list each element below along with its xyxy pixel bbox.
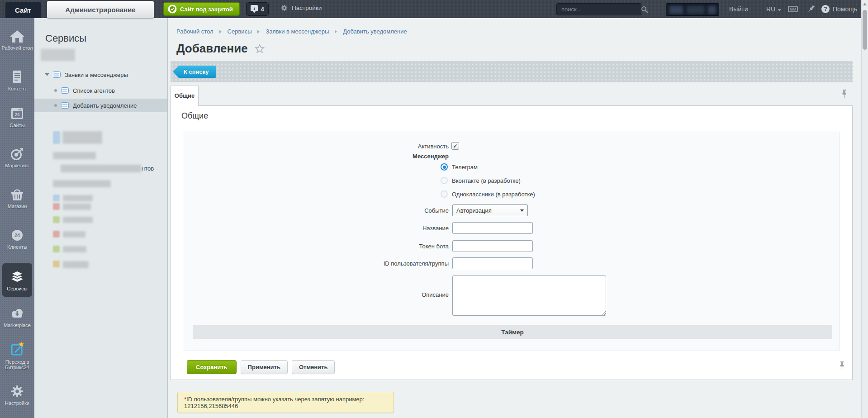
triangle-down-icon[interactable] <box>45 73 49 76</box>
activity-label: Активность <box>184 143 449 150</box>
sidebar-item-marketing[interactable]: Маркетинг <box>0 147 34 168</box>
radio-vkontakte-label[interactable]: Вконтакте (в разработке) <box>452 177 521 184</box>
hint-note-text: ID пользователя/группы можно указать чер… <box>184 396 364 409</box>
radio-odnoklassniki-label[interactable]: Одноклассники (в разработке) <box>452 191 535 198</box>
vertical-scrollbar[interactable] <box>861 0 868 418</box>
event-select-value: Авторизация <box>456 207 492 214</box>
magnifier-icon[interactable] <box>641 6 648 13</box>
layers-icon <box>9 270 25 284</box>
redacted-row-suffix: нтов <box>142 165 154 172</box>
tree-panel-title: Сервисы <box>45 33 86 44</box>
breadcrumb-services[interactable]: Сервисы <box>228 28 252 35</box>
search-input[interactable] <box>561 6 641 13</box>
sidebar-item-content[interactable]: Контент <box>0 70 34 91</box>
basket-icon <box>9 188 25 201</box>
help-link[interactable]: Помощь <box>833 5 857 13</box>
sidebar-item-services[interactable]: Сервисы <box>2 263 32 297</box>
gear-icon <box>10 385 24 398</box>
tree-item-agents-list[interactable]: Список агентов <box>34 84 167 97</box>
redacted-tree-block <box>41 49 75 61</box>
info-bubble-icon: i <box>251 5 258 14</box>
home-icon <box>9 29 25 43</box>
star-outline-icon[interactable] <box>255 44 265 54</box>
radio-telegram[interactable] <box>441 163 448 171</box>
site-protected-button[interactable]: Сайт под защитой <box>163 2 240 16</box>
breadcrumb-add-notification[interactable]: Добавить уведомление <box>343 28 407 35</box>
cancel-button[interactable]: Отменить <box>292 360 335 374</box>
breadcrumb-desktop[interactable]: Рабочий стол <box>176 28 213 35</box>
radio-telegram-label[interactable]: Телеграм <box>452 164 478 171</box>
pushpin-icon[interactable] <box>839 361 845 370</box>
svg-text:24: 24 <box>14 233 20 238</box>
main-content: Рабочий стол Сервисы Заявки в мессенджер… <box>168 18 861 418</box>
activity-checkbox[interactable] <box>451 142 459 150</box>
cloud-download-icon <box>9 307 25 320</box>
language-selector[interactable]: RU <box>766 5 781 13</box>
sidebar-item-marketplace[interactable]: Marketplace <box>0 307 34 328</box>
apply-button[interactable]: Применить <box>241 360 288 374</box>
gear-icon <box>280 4 288 12</box>
name-input[interactable] <box>452 222 533 234</box>
bullet-icon <box>54 104 57 107</box>
name-label: Название <box>184 225 449 232</box>
form-fields-box: Активность Мессенджер Телеграм Вконтакте… <box>184 132 840 351</box>
document-blue-icon <box>61 102 69 109</box>
save-button[interactable]: Сохранить <box>187 360 237 374</box>
radio-vkontakte[interactable] <box>441 177 448 184</box>
browser-24-icon: 24 <box>9 107 25 120</box>
document-blue-icon <box>61 87 69 94</box>
page-title: Добавление <box>176 42 248 56</box>
form-panel: Общие Активность Мессенджер Телеграм Вко… <box>171 106 853 380</box>
sidebar-item-bitrix24[interactable]: Переход в Битрикс24 <box>0 341 34 370</box>
form-buttons: Сохранить Применить Отменить <box>187 360 335 374</box>
topbar-settings-button[interactable]: Настройки <box>280 4 322 12</box>
shield-check-icon <box>168 5 177 14</box>
scrollbar-thumb[interactable] <box>863 10 867 50</box>
notifications-count: 4 <box>261 6 264 13</box>
bitrix24-icon <box>9 341 25 357</box>
badge-24-icon: 24 <box>9 228 25 242</box>
left-icon-rail: Рабочий стол Контент 24 Сайты Маркетинг … <box>0 18 34 418</box>
pushpin-icon[interactable] <box>841 90 847 99</box>
scroll-up-arrow-icon[interactable] <box>863 3 867 5</box>
document-blue-icon <box>53 71 61 78</box>
event-label: Событие <box>184 207 449 214</box>
sidebar-item-settings[interactable]: Настройки <box>0 385 34 406</box>
keyboard-icon[interactable] <box>788 5 798 13</box>
topbar-search <box>556 3 641 15</box>
user-id-label: ID пользователя/группы <box>184 260 449 267</box>
tree-item-add-notification[interactable]: Добавить уведомление <box>34 99 167 112</box>
breadcrumb-arrow-icon <box>335 30 337 33</box>
back-to-list-button[interactable]: К списку <box>173 66 216 78</box>
chevron-down-icon <box>520 209 524 212</box>
sidebar-item-sites[interactable]: 24 Сайты <box>0 107 34 128</box>
tab-general[interactable]: Общие <box>171 85 199 106</box>
tab-administration[interactable]: Администрирование <box>47 1 154 18</box>
user-group-id-input[interactable] <box>452 257 533 269</box>
radio-odnoklassniki[interactable] <box>441 190 448 198</box>
breadcrumb-arrow-icon <box>219 30 222 33</box>
messenger-label: Мессенджер <box>184 153 449 160</box>
breadcrumb-messengers[interactable]: Заявки в мессенджеры <box>266 28 329 35</box>
logout-link[interactable]: Выйти <box>729 5 748 13</box>
sidebar-item-desktop[interactable]: Рабочий стол <box>0 29 34 51</box>
user-name-redacted[interactable] <box>666 3 719 16</box>
sidebar-item-clients[interactable]: 24 Клиенты <box>0 228 34 250</box>
bot-token-input[interactable] <box>452 240 533 252</box>
topbar: Сайт Администрирование Сайт под защитой … <box>0 0 868 18</box>
document-icon <box>9 70 25 84</box>
context-toolbar: К списку <box>171 61 853 82</box>
tab-site[interactable]: Сайт <box>5 2 41 18</box>
tab-strip: Общие <box>171 85 853 106</box>
event-select[interactable]: Авторизация <box>452 204 528 216</box>
tree-item-messengers[interactable]: Заявки в мессенджеры <box>34 68 167 81</box>
notifications-badge[interactable]: i 4 <box>246 2 269 16</box>
bullet-icon <box>54 89 57 92</box>
description-textarea[interactable] <box>452 276 606 316</box>
timer-section-header[interactable]: Таймер <box>193 325 832 339</box>
chevron-down-icon <box>778 9 781 11</box>
question-circle-icon[interactable]: ? <box>821 5 830 13</box>
description-label: Описание <box>184 291 449 298</box>
sidebar-item-store[interactable]: Магазин <box>0 188 34 209</box>
pushpin-icon[interactable] <box>807 5 816 13</box>
